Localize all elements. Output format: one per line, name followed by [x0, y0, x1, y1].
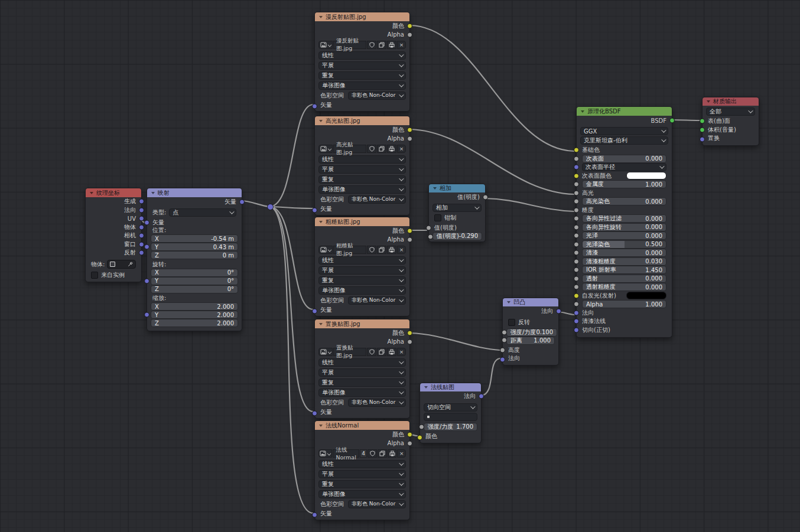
- subsurface-color-swatch[interactable]: [626, 172, 666, 179]
- unpack-button[interactable]: [387, 145, 396, 153]
- collapse-icon[interactable]: [319, 120, 323, 122]
- duplicate-button[interactable]: [377, 246, 386, 254]
- duplicate-button[interactable]: [377, 348, 386, 356]
- socket-metallic[interactable]: [574, 182, 579, 187]
- scale-y-field[interactable]: Y2.000: [151, 311, 238, 319]
- collapse-icon[interactable]: [319, 323, 323, 325]
- socket-alpha-out[interactable]: [407, 136, 412, 141]
- socket-sheen[interactable]: [574, 233, 579, 239]
- fake-user-button[interactable]: [367, 145, 376, 153]
- node-header[interactable]: 映射: [147, 188, 242, 197]
- node-image-texture-diffuse[interactable]: 漫反射贴图.jpg 颜色 Alpha 漫反射贴图.jpg × 线性 平展 重复 …: [314, 12, 410, 112]
- socket-vector-in[interactable]: [312, 410, 317, 416]
- socket-subsurface-radius[interactable]: [574, 165, 579, 170]
- location-y-field[interactable]: Y0.43 m: [151, 243, 238, 251]
- subsurface-radius-dropdown[interactable]: 次表面半径: [582, 163, 666, 171]
- source-dropdown[interactable]: 单张图像: [318, 185, 406, 194]
- colorspace-dropdown[interactable]: 非彩色 Non-Color: [348, 296, 406, 305]
- scale-z-field[interactable]: Z2.000: [151, 319, 238, 327]
- fake-user-button[interactable]: [367, 41, 376, 49]
- node-header[interactable]: 置换贴图.jpg: [315, 319, 409, 328]
- socket-base-color[interactable]: [574, 148, 579, 153]
- collapse-icon[interactable]: [707, 100, 710, 103]
- projection-dropdown[interactable]: 平展: [318, 470, 406, 478]
- socket-height-in[interactable]: [500, 348, 505, 353]
- node-image-texture-roughness[interactable]: 粗糙贴图.jpg 颜色 Alpha 粗糙贴图.jpg × 线性 平展 重复 单张…: [314, 217, 410, 316]
- socket-emission[interactable]: [574, 293, 579, 298]
- subsurface-method-dropdown[interactable]: 克里斯坦森-伯利: [580, 136, 668, 145]
- socket-specular-tint[interactable]: [574, 199, 579, 204]
- image-name-field[interactable]: 高光贴图.jpg: [333, 145, 366, 153]
- socket-clearcoat-normal[interactable]: [574, 319, 579, 324]
- image-browse-button[interactable]: [318, 348, 333, 356]
- node-header[interactable]: 纹理坐标: [86, 188, 141, 197]
- node-header[interactable]: 高光贴图.jpg: [315, 116, 409, 125]
- socket-subsurface[interactable]: [574, 156, 579, 161]
- socket-normal[interactable]: [139, 207, 144, 213]
- colorspace-dropdown[interactable]: 非彩色 Non-Color: [348, 92, 406, 100]
- socket-alpha[interactable]: [574, 302, 579, 307]
- unpack-button[interactable]: [387, 41, 396, 49]
- socket-roughness[interactable]: [574, 207, 579, 213]
- source-dropdown[interactable]: 单张图像: [318, 81, 406, 90]
- node-image-texture-displacement[interactable]: 置换贴图.jpg 颜色 Alpha 置换贴图.jpg × 线性 平展 重复 单张…: [314, 319, 410, 419]
- from-instancer-checkbox[interactable]: [91, 272, 98, 279]
- socket-object[interactable]: [139, 224, 144, 230]
- unlink-button[interactable]: ×: [397, 41, 406, 49]
- extension-dropdown[interactable]: 重复: [318, 480, 406, 488]
- collapse-icon[interactable]: [151, 192, 155, 194]
- socket-value1-in[interactable]: [426, 226, 431, 231]
- socket-distance-in[interactable]: [502, 338, 507, 343]
- image-name-field[interactable]: 粗糙贴图.jpg: [333, 246, 366, 254]
- users-count-badge[interactable]: 4: [360, 449, 368, 458]
- node-header[interactable]: 原理化BSDF: [577, 107, 672, 116]
- socket-rotation[interactable]: [144, 278, 149, 283]
- socket-alpha-out[interactable]: [407, 32, 412, 37]
- node-mapping[interactable]: 映射 矢量 类型: 点 矢量 位置: X-0.54 m Y0.43 m Z0 m…: [147, 188, 242, 331]
- eyedropper-icon[interactable]: [128, 262, 133, 267]
- projection-dropdown[interactable]: 平展: [318, 165, 406, 174]
- socket-vector-in[interactable]: [312, 207, 317, 213]
- invert-checkbox[interactable]: [508, 319, 515, 326]
- mapping-type-dropdown[interactable]: 点: [169, 208, 236, 217]
- socket-alpha-out[interactable]: [407, 339, 412, 344]
- socket-value2-in[interactable]: [428, 234, 433, 240]
- node-editor-canvas[interactable]: 纹理坐标 生成 法向 UV 物体 相机 窗口 反射 物体: 来自实例 映射 矢量…: [0, 0, 800, 532]
- unpack-button[interactable]: [387, 348, 396, 356]
- value2-field[interactable]: 值(明度)-0.290: [432, 232, 482, 240]
- socket-bsdf-out[interactable]: [669, 118, 675, 123]
- node-header[interactable]: 法线Normal: [315, 421, 409, 430]
- operation-dropdown[interactable]: 相加: [432, 204, 482, 212]
- clamp-checkbox[interactable]: [434, 214, 441, 221]
- socket-strength-in[interactable]: [502, 329, 507, 335]
- collapse-icon[interactable]: [433, 187, 437, 190]
- node-header[interactable]: 材质输出: [703, 97, 759, 106]
- fake-user-button[interactable]: [367, 246, 376, 254]
- duplicate-button[interactable]: [377, 41, 386, 49]
- projection-dropdown[interactable]: 平展: [318, 61, 406, 70]
- socket-scale[interactable]: [144, 312, 149, 318]
- image-browse-button[interactable]: [318, 246, 333, 254]
- node-header[interactable]: 相加: [429, 184, 485, 192]
- node-principled-bsdf[interactable]: 原理化BSDF BSDF GGX 克里斯坦森-伯利 基础色 次表面0.000 次…: [576, 106, 672, 338]
- socket-displacement-in[interactable]: [700, 137, 705, 142]
- socket-vector-in[interactable]: [312, 308, 317, 314]
- extension-dropdown[interactable]: 重复: [318, 378, 406, 387]
- node-header[interactable]: 漫反射贴图.jpg: [315, 12, 409, 21]
- interpolation-dropdown[interactable]: 线性: [318, 155, 406, 164]
- socket-surface-in[interactable]: [700, 119, 705, 124]
- collapse-icon[interactable]: [507, 301, 510, 303]
- image-name-field[interactable]: 置换贴图.jpg: [333, 348, 366, 356]
- object-selector[interactable]: [107, 260, 136, 269]
- socket-color-out[interactable]: [407, 432, 412, 437]
- socket-color-in[interactable]: [417, 435, 422, 440]
- image-browse-button[interactable]: [318, 41, 333, 49]
- node-header[interactable]: 粗糙贴图.jpg: [315, 217, 409, 226]
- colorspace-dropdown[interactable]: 非彩色 Non-Color: [348, 500, 406, 508]
- socket-anisotropic-rotation[interactable]: [574, 224, 579, 230]
- unlink-button[interactable]: ×: [397, 449, 406, 458]
- socket-ior[interactable]: [574, 267, 579, 273]
- extension-dropdown[interactable]: 重复: [318, 175, 406, 184]
- socket-strength-in[interactable]: [419, 424, 424, 429]
- socket-alpha-out[interactable]: [407, 237, 412, 242]
